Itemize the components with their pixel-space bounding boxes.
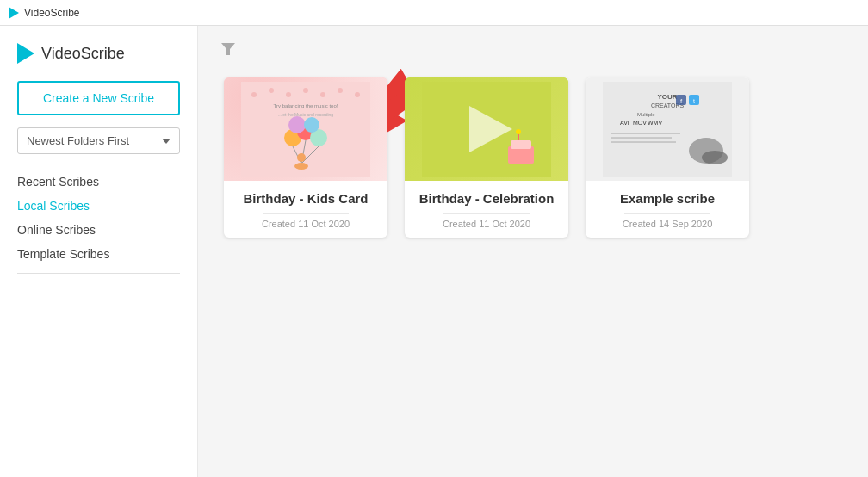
card-divider-3 (624, 213, 710, 214)
sidebar-item-local[interactable]: Local Scribes (17, 194, 180, 218)
svg-text:AVI: AVI (620, 120, 629, 126)
card-body-celebration: Birthday - Celebration Created 11 Oct 20… (405, 181, 568, 238)
svg-point-18 (288, 116, 306, 133)
svg-point-19 (304, 117, 319, 133)
svg-point-45 (702, 151, 728, 164)
sidebar-logo-text: VideoScribe (41, 45, 125, 63)
svg-point-11 (338, 88, 343, 93)
card-title-birthday-kids: Birthday - Kids Card (234, 191, 377, 206)
celebration-illustration (422, 82, 551, 177)
example-scribe-illustration: YOUR CREATORS f t AVI MOV WMV (603, 82, 732, 177)
sidebar-item-recent[interactable]: Recent Scribes (17, 170, 180, 194)
filter-icon (220, 41, 236, 57)
card-body-birthday-kids: Birthday - Kids Card Created 11 Oct 2020 (224, 181, 388, 238)
svg-rect-28 (511, 140, 531, 149)
card-body-example: Example scribe Created 14 Sep 2020 (586, 181, 749, 238)
sidebar-logo-icon (17, 43, 34, 64)
svg-point-12 (355, 92, 360, 97)
title-bar: VideoScribe (0, 0, 868, 26)
svg-point-30 (516, 129, 521, 134)
card-birthday-kids[interactable]: Try balancing the music too! ...let the … (224, 77, 388, 238)
title-bar-app-name: VideoScribe (24, 7, 80, 19)
svg-text:MOV: MOV (633, 120, 647, 126)
card-thumbnail-birthday-kids: Try balancing the music too! ...let the … (224, 77, 388, 181)
card-divider-1 (263, 213, 349, 214)
card-title-celebration: Birthday - Celebration (415, 191, 558, 206)
card-example-scribe[interactable]: YOUR CREATORS f t AVI MOV WMV (586, 77, 749, 238)
svg-text:WMV: WMV (648, 120, 662, 126)
filter-icon-container[interactable] (220, 41, 236, 60)
svg-point-10 (320, 92, 326, 97)
svg-point-6 (251, 92, 257, 97)
sort-select[interactable]: Newest Folders First Oldest Folders Firs… (17, 127, 180, 154)
sidebar: VideoScribe Create a New Scribe Newest F… (0, 26, 198, 477)
content-area: Try balancing the music too! ...let the … (198, 26, 868, 477)
svg-text:t: t (693, 98, 695, 104)
svg-point-9 (303, 88, 308, 93)
cards-grid: Try balancing the music too! ...let the … (224, 77, 842, 238)
card-title-example: Example scribe (596, 191, 739, 206)
card-date-birthday-kids: Created 11 Oct 2020 (234, 219, 377, 229)
svg-text:Try balancing the music too!: Try balancing the music too! (274, 103, 338, 108)
svg-text:Multiple: Multiple (637, 112, 655, 117)
card-divider-2 (443, 213, 530, 214)
card-date-celebration: Created 11 Oct 2020 (415, 219, 558, 229)
card-thumbnail-celebration (405, 77, 568, 181)
svg-text:...let the Music and recording: ...let the Music and recording (278, 112, 333, 117)
svg-point-24 (297, 153, 306, 162)
title-logo-icon (9, 7, 19, 19)
nav-divider (17, 273, 180, 274)
svg-text:YOUR: YOUR (657, 93, 677, 101)
svg-marker-0 (221, 43, 235, 55)
svg-point-8 (286, 92, 291, 97)
svg-point-23 (294, 163, 308, 170)
card-date-example: Created 14 Sep 2020 (596, 219, 739, 229)
card-birthday-celebration[interactable]: Birthday - Celebration Created 11 Oct 20… (405, 77, 568, 238)
create-new-scribe-button[interactable]: Create a New Scribe (17, 81, 180, 115)
main-container: VideoScribe Create a New Scribe Newest F… (0, 26, 868, 477)
sidebar-item-template[interactable]: Template Scribes (17, 242, 180, 266)
sidebar-logo: VideoScribe (17, 43, 180, 64)
sidebar-item-online[interactable]: Online Scribes (17, 218, 180, 242)
svg-point-7 (269, 88, 274, 93)
birthday-kids-illustration: Try balancing the music too! ...let the … (241, 82, 370, 177)
card-thumbnail-example: YOUR CREATORS f t AVI MOV WMV (586, 77, 749, 181)
